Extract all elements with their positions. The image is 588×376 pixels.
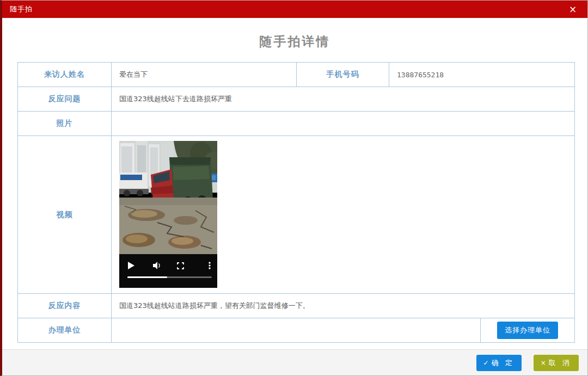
x-icon: × <box>541 359 546 367</box>
unit-value <box>112 318 481 342</box>
volume-icon[interactable] <box>153 262 162 269</box>
more-options-icon[interactable] <box>209 262 211 269</box>
dialog-content: 随手拍详情 来访人姓名 爱在当下 手机号码 13887655218 反应问题 国… <box>2 18 587 349</box>
quick-snap-dialog: 随手拍 × 随手拍详情 来访人姓名 爱在当下 手机号码 13887655218 … <box>0 0 588 376</box>
visitor-name-value: 爱在当下 <box>112 63 297 87</box>
table-row-photo: 照片 <box>18 112 574 136</box>
detail-table: 来访人姓名 爱在当下 手机号码 13887655218 反应问题 国道323线超… <box>17 62 575 343</box>
page-title: 随手拍详情 <box>2 33 587 50</box>
check-icon: ✓ <box>483 359 489 367</box>
table-row-video: 视频 <box>18 136 574 294</box>
issue-value: 国道323线超线站下去道路损坏严重 <box>112 87 574 111</box>
video-cell <box>112 136 574 293</box>
phone-value: 13887655218 <box>389 63 574 87</box>
video-player[interactable] <box>119 141 217 288</box>
dialog-titlebar: 随手拍 × <box>2 1 587 18</box>
video-poster-image <box>119 141 217 254</box>
content-label: 反应内容 <box>18 294 112 318</box>
video-controls <box>119 254 217 288</box>
fullscreen-icon[interactable] <box>177 262 184 269</box>
dialog-footer: ✓ 确 定 × 取 消 <box>2 349 587 375</box>
video-label: 视频 <box>18 136 112 293</box>
confirm-button[interactable]: ✓ 确 定 <box>476 355 522 371</box>
confirm-button-label: 确 定 <box>492 358 514 368</box>
cancel-button-label: 取 消 <box>549 358 572 368</box>
table-row-issue: 反应问题 国道323线超线站下去道路损坏严重 <box>18 87 574 112</box>
table-row-content: 反应内容 国道323线超线站道路损坏严重，望有关部门监督维修一下。 <box>18 294 574 318</box>
video-progress-bar[interactable] <box>127 276 212 278</box>
content-value: 国道323线超线站道路损坏严重，望有关部门监督维修一下。 <box>112 294 574 318</box>
close-icon[interactable]: × <box>567 3 579 15</box>
photo-label: 照片 <box>18 112 112 135</box>
cancel-button[interactable]: × 取 消 <box>534 355 579 371</box>
play-icon[interactable] <box>128 262 134 269</box>
table-row-unit: 办理单位 选择办理单位 <box>18 318 574 343</box>
photo-value <box>112 112 574 135</box>
select-unit-button[interactable]: 选择办理单位 <box>497 322 558 339</box>
unit-button-cell: 选择办理单位 <box>481 318 574 342</box>
unit-label: 办理单位 <box>18 318 112 342</box>
visitor-name-label: 来访人姓名 <box>18 63 112 87</box>
phone-label: 手机号码 <box>297 63 389 87</box>
issue-label: 反应问题 <box>18 87 112 111</box>
video-buttons-row <box>119 260 217 272</box>
table-row-visitor: 来访人姓名 爱在当下 手机号码 13887655218 <box>18 63 574 87</box>
dialog-title: 随手拍 <box>10 4 567 14</box>
video-progress-played <box>127 276 167 278</box>
